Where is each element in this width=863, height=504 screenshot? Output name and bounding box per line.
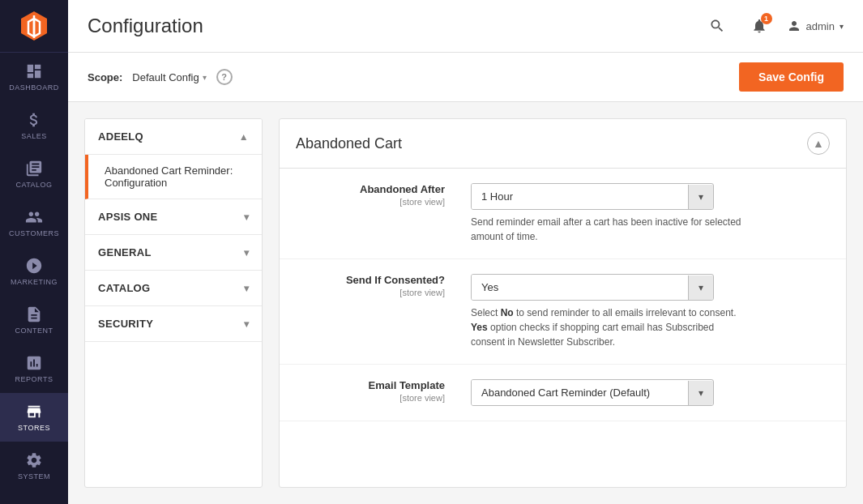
notification-badge: 1	[761, 13, 772, 24]
user-icon	[787, 19, 801, 33]
abandoned-after-label-col: Abandoned After [store view]	[296, 183, 458, 244]
sidebar-item-customers[interactable]: CUSTOMERS	[0, 199, 68, 247]
send-if-consented-value: Yes	[472, 275, 688, 300]
sidebar-item-content-label: CONTENT	[15, 327, 53, 335]
email-template-label: Email Template	[296, 379, 445, 391]
sidebar-item-catalog-label: CATALOG	[15, 181, 52, 190]
send-if-consented-description: Select No to send reminder to all emails…	[471, 305, 746, 349]
content-icon	[25, 305, 43, 323]
collapse-icon: ▲	[813, 137, 824, 150]
catalog-chevron-icon: ▾	[244, 283, 249, 294]
scope-label: Scope:	[88, 71, 122, 83]
send-if-consented-control-col: Yes ▾ Select No to send reminder to all …	[471, 274, 830, 349]
marketing-icon	[25, 257, 43, 275]
left-nav-item-catalog[interactable]: CATALOG ▾	[85, 271, 262, 306]
notification-button[interactable]: 1	[745, 11, 774, 41]
left-nav-adeelq-label: ADEELQ	[98, 130, 143, 143]
scope-chevron-icon: ▾	[203, 73, 207, 82]
help-icon[interactable]: ?	[216, 69, 233, 85]
send-if-consented-label-col: Send If Consented? [store view]	[296, 274, 458, 349]
left-nav-item-apsis-one[interactable]: APSIS ONE ▾	[85, 199, 262, 235]
section-header: Abandoned Cart ▲	[280, 119, 846, 169]
abandoned-after-description: Send reminder email after a cart has bee…	[471, 215, 746, 244]
search-icon	[709, 18, 725, 34]
sidebar-item-reports[interactable]: REPORTS	[0, 344, 68, 393]
sidebar-item-sales[interactable]: SALES	[0, 101, 68, 150]
abandoned-after-select-button[interactable]: ▾	[688, 185, 713, 209]
magento-logo-icon	[18, 10, 50, 42]
email-template-row: Email Template [store view] Abandoned Ca…	[280, 365, 846, 421]
collapse-button[interactable]: ▲	[807, 132, 830, 155]
adeelq-chevron-icon: ▲	[239, 131, 249, 143]
left-nav: ADEELQ ▲ Abandoned Cart Reminder: Config…	[84, 118, 263, 488]
customers-icon	[25, 208, 43, 226]
left-nav-apsis-label: APSIS ONE	[98, 211, 158, 223]
admin-user-menu[interactable]: admin ▾	[787, 19, 844, 33]
main-area: Configuration 1 admin ▾ Scope: Default C…	[68, 0, 863, 504]
email-template-control-col: Abandoned Cart Reminder (Default) ▾	[471, 379, 830, 406]
abandoned-after-label: Abandoned After	[296, 183, 445, 195]
email-template-store-view: [store view]	[296, 393, 445, 403]
header-actions: 1 admin ▾	[703, 11, 844, 41]
content-area: ADEELQ ▲ Abandoned Cart Reminder: Config…	[68, 102, 863, 504]
abandoned-after-select-wrapper: 1 Hour ▾	[471, 183, 714, 210]
sidebar-item-system[interactable]: SYSTEM	[0, 442, 68, 490]
left-nav-general-label: GENERAL	[98, 246, 152, 258]
send-if-consented-label: Send If Consented?	[296, 274, 445, 286]
sidebar-item-marketing[interactable]: MARKETING	[0, 247, 68, 296]
admin-chevron-icon: ▾	[840, 22, 844, 31]
logo	[0, 0, 68, 53]
sidebar-item-dashboard[interactable]: DASHBOARD	[0, 53, 68, 101]
search-button[interactable]	[703, 11, 732, 41]
sales-icon	[25, 111, 43, 129]
reports-icon	[25, 354, 43, 372]
abandoned-after-control-col: 1 Hour ▾ Send reminder email after a car…	[471, 183, 830, 244]
sidebar-item-marketing-label: MARKETING	[11, 278, 58, 287]
email-template-value: Abandoned Cart Reminder (Default)	[472, 380, 688, 405]
page-title: Configuration	[88, 15, 203, 37]
email-template-select-wrapper: Abandoned Cart Reminder (Default) ▾	[471, 379, 714, 406]
sidebar-item-sales-label: SALES	[21, 132, 47, 141]
system-icon	[25, 451, 43, 469]
left-nav-catalog-label: CATALOG	[98, 282, 150, 294]
scope-left: Scope: Default Config ▾ ?	[88, 69, 233, 85]
sidebar-item-catalog[interactable]: CATALOG	[0, 150, 68, 199]
sidebar-item-reports-label: REPORTS	[15, 375, 53, 384]
left-nav-security-label: SECURITY	[98, 318, 153, 330]
left-nav-subitem-abandoned-cart[interactable]: Abandoned Cart Reminder: Configuration	[85, 155, 262, 199]
scope-value: Default Config	[132, 71, 199, 83]
sidebar-item-system-label: SYSTEM	[18, 472, 50, 481]
admin-label: admin	[806, 20, 835, 32]
stores-icon	[25, 403, 43, 421]
left-nav-item-general[interactable]: GENERAL ▾	[85, 235, 262, 271]
scope-select[interactable]: Default Config ▾	[132, 71, 206, 83]
send-if-consented-select-button[interactable]: ▾	[688, 275, 713, 300]
send-if-consented-select-wrapper: Yes ▾	[471, 274, 714, 301]
catalog-icon	[25, 160, 43, 177]
sidebar-item-customers-label: CUSTOMERS	[9, 229, 59, 238]
send-if-consented-row: Send If Consented? [store view] Yes ▾ Se…	[280, 259, 846, 365]
sidebar-item-stores[interactable]: STORES	[0, 393, 68, 442]
left-nav-item-adeelq[interactable]: ADEELQ ▲	[85, 119, 262, 155]
header: Configuration 1 admin ▾	[68, 0, 863, 53]
sidebar-item-dashboard-label: DASHBOARD	[9, 83, 59, 92]
general-chevron-icon: ▾	[244, 247, 249, 258]
section-title: Abandoned Cart	[296, 135, 402, 152]
abandoned-after-row: Abandoned After [store view] 1 Hour ▾ Se…	[280, 169, 846, 259]
apsis-chevron-icon: ▾	[244, 211, 249, 223]
abandoned-after-store-view: [store view]	[296, 197, 445, 207]
security-chevron-icon: ▾	[244, 318, 249, 330]
dashboard-icon	[25, 62, 43, 80]
scope-bar: Scope: Default Config ▾ ? Save Config	[68, 53, 863, 102]
email-template-label-col: Email Template [store view]	[296, 379, 458, 406]
sidebar-item-stores-label: STORES	[18, 424, 50, 433]
save-config-button[interactable]: Save Config	[739, 62, 844, 92]
right-panel: Abandoned Cart ▲ Abandoned After [store …	[279, 118, 847, 488]
email-template-select-button[interactable]: ▾	[688, 381, 713, 405]
sidebar: DASHBOARD SALES CATALOG CUSTOMERS MARKET…	[0, 0, 68, 504]
send-if-consented-store-view: [store view]	[296, 288, 445, 297]
abandoned-after-value: 1 Hour	[472, 184, 688, 209]
sidebar-item-content[interactable]: CONTENT	[0, 296, 68, 344]
left-nav-item-security[interactable]: SECURITY ▾	[85, 306, 262, 342]
